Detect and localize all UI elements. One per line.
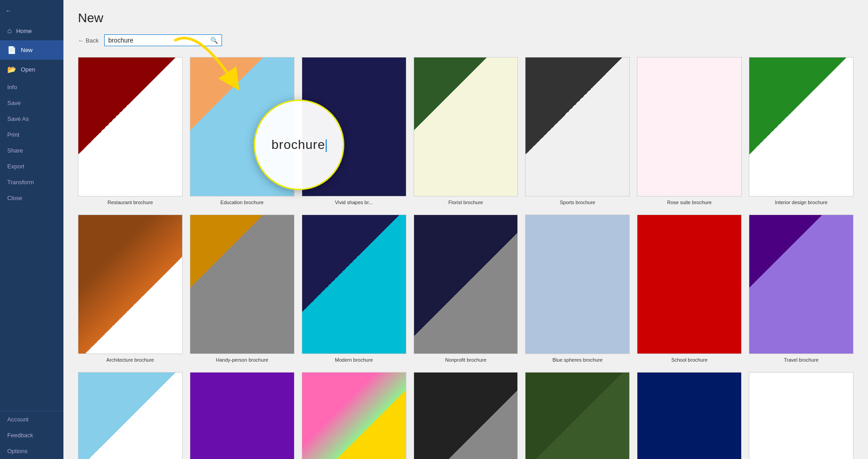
template-item-financial[interactable]: Financial business brochure (… [749,372,854,459]
sidebar-item-home-label: Home [16,28,32,34]
back-link[interactable]: ← Back [78,37,99,44]
sidebar-item-open-label: Open [21,66,35,73]
sidebar-item-share[interactable]: Share [0,143,63,158]
back-arrow-icon: ← [5,7,11,14]
back-link-label: Back [86,37,99,44]
sidebar-item-close[interactable]: Close [0,190,63,206]
template-item-travel-br[interactable]: Travel brochure [749,215,854,363]
template-thumb-handy [190,215,294,354]
template-thumb-builder [78,372,183,459]
template-item-modern[interactable]: Modern brochure [302,215,406,363]
sidebar-item-new[interactable]: 📄 New [0,40,63,60]
template-label-travel-br: Travel brochure [784,357,819,363]
template-item-travel-bk[interactable]: Travel booklet [190,372,294,459]
template-thumb-rose [637,57,742,196]
sidebar-item-home[interactable]: ⌂ Home [0,21,63,40]
template-item-handy[interactable]: Handy-person brochure [190,215,294,363]
template-grid: Restaurant brochureEducation brochureViv… [78,57,854,459]
template-thumb-green-floral [525,372,630,459]
annotation-arrow [161,27,260,109]
sidebar-item-print[interactable]: Print [0,127,63,143]
template-item-spheres[interactable]: Blue spheres brochure [525,215,630,363]
template-thumb-travel-br [749,215,854,354]
template-thumb-florist [414,57,518,196]
template-item-rose[interactable]: Rose suite brochure [637,57,742,206]
template-label-handy: Handy-person brochure [216,357,268,363]
template-item-architecture[interactable]: Architecture brochure [78,215,183,363]
template-label-modern: Modern brochure [335,357,373,363]
sidebar-bottom: Account Feedback Options [0,411,63,459]
template-item-school[interactable]: School brochure [637,215,742,363]
template-thumb-spheres [525,215,630,354]
template-thumb-floral-bk [302,372,406,459]
magnifier-text: brochure [271,138,327,152]
template-thumb-school [637,215,742,354]
template-thumb-tech-bk [414,372,518,459]
template-thumb-nonprofit [414,215,518,354]
template-item-interior[interactable]: Interior design brochure [749,57,854,206]
template-thumb-financial [749,372,854,459]
template-thumb-sports [525,57,630,196]
template-label-restaurant: Restaurant brochure [107,199,153,206]
template-item-builder[interactable]: Builder brochure [78,372,183,459]
sidebar-item-info[interactable]: Info [0,79,63,95]
template-label-vivid: Vivid shapes br... [335,199,373,206]
template-item-florist[interactable]: Florist brochure [414,57,518,206]
template-label-florist: Florist brochure [448,199,483,206]
sidebar-item-export[interactable]: Export [0,158,63,174]
sidebar-item-new-label: New [21,47,33,53]
sidebar-item-feedback[interactable]: Feedback [0,427,63,443]
template-item-floral-bk[interactable]: Floral booklet [302,372,406,459]
new-icon: 📄 [7,46,16,54]
open-icon: 📂 [7,65,16,74]
template-label-spheres: Blue spheres brochure [553,357,603,363]
template-item-green-floral[interactable]: Green floral booklet [525,372,630,459]
template-label-education: Education brochure [221,199,264,206]
main-content: New ← Back 🔍 brochure Restaurant brochur… [63,0,868,459]
sidebar-item-save-as[interactable]: Save As [0,111,63,127]
template-label-school: School brochure [671,357,708,363]
template-thumb-architecture [78,215,183,354]
template-item-tech-bk[interactable]: Tech booklet [414,372,518,459]
template-item-nonprofit[interactable]: Nonprofit brochure [414,215,518,363]
sidebar-back-button[interactable]: ← [0,0,63,21]
template-label-rose: Rose suite brochure [667,199,711,206]
sidebar-item-transform[interactable]: Transform [0,174,63,190]
template-label-architecture: Architecture brochure [106,357,154,363]
back-link-arrow: ← [78,37,84,44]
sidebar-item-save[interactable]: Save [0,95,63,111]
template-label-sports: Sports brochure [560,199,595,206]
template-label-nonprofit: Nonprofit brochure [445,357,486,363]
template-thumb-modern-logo [637,372,742,459]
sidebar-item-account[interactable]: Account [0,411,63,427]
template-thumb-travel-bk [190,372,294,459]
template-thumb-interior [749,57,854,196]
template-thumb-modern [302,215,406,354]
template-item-modern-logo[interactable]: Modern logo booklet [637,372,742,459]
page-title: New [78,11,854,25]
template-label-interior: Interior design brochure [775,199,827,206]
sidebar: ← ⌂ Home 📄 New 📂 Open Info Save Save As … [0,0,63,459]
sidebar-item-open[interactable]: 📂 Open [0,60,63,79]
magnifier-overlay: brochure [254,100,344,190]
template-item-sports[interactable]: Sports brochure [525,57,630,206]
home-icon: ⌂ [7,27,12,35]
sidebar-item-options[interactable]: Options [0,443,63,459]
